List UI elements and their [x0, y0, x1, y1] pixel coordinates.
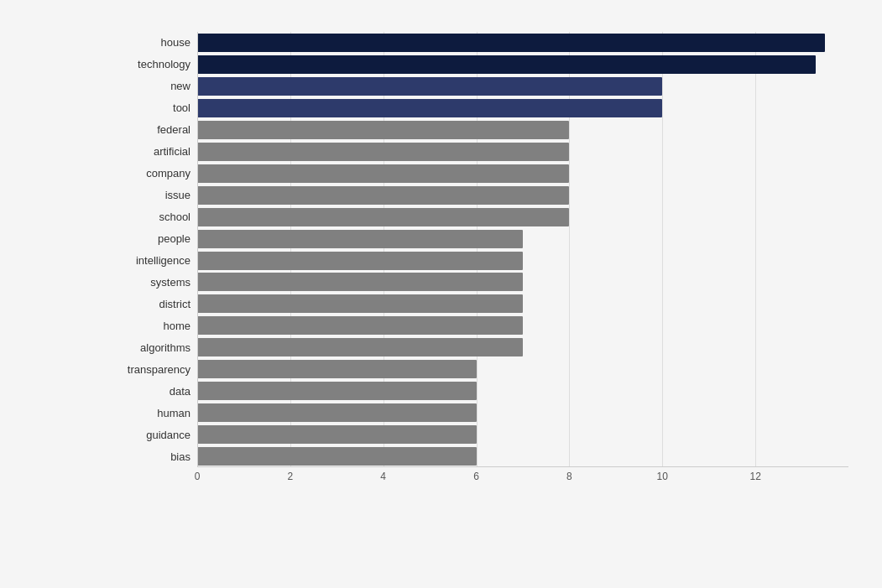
bar-row: federal — [197, 119, 848, 141]
x-tick-label: 0 — [195, 471, 201, 482]
bar-label: district — [98, 298, 190, 310]
bar-label: bias — [98, 450, 190, 463]
chart-container: housetechnologynewtoolfederalartificialc… — [0, 0, 882, 588]
bar-label: people — [98, 232, 190, 245]
bar-fill — [197, 34, 825, 52]
bar-label: house — [98, 36, 190, 49]
x-ticks: 024681012 — [197, 467, 848, 492]
bar-label: systems — [98, 276, 190, 289]
bar-fill — [197, 316, 523, 335]
bar-row: algorithms — [197, 336, 848, 358]
bar-label: human — [98, 407, 190, 419]
bar-fill — [197, 121, 569, 139]
x-tick-label: 2 — [288, 471, 294, 482]
bar-row: technology — [197, 54, 848, 75]
bar-row: human — [197, 402, 848, 424]
bar-label: data — [98, 385, 190, 398]
y-axis-line — [197, 32, 198, 467]
bar-row: data — [197, 380, 848, 402]
bar-fill — [197, 208, 569, 226]
bar-fill — [197, 143, 569, 161]
bar-row: school — [197, 206, 848, 228]
bar-row: new — [197, 75, 848, 97]
bar-fill — [197, 294, 523, 313]
bar-row: house — [197, 32, 848, 54]
bar-fill — [197, 252, 523, 270]
bar-fill — [197, 77, 662, 96]
bar-row: district — [197, 293, 848, 315]
bar-row: bias — [197, 445, 848, 467]
bar-row: tool — [197, 97, 848, 119]
bar-fill — [197, 403, 477, 422]
bar-label: tool — [98, 101, 190, 114]
plot-area: housetechnologynewtoolfederalartificialc… — [197, 32, 848, 467]
bar-row: intelligence — [197, 250, 848, 272]
bars-container: housetechnologynewtoolfederalartificialc… — [197, 32, 848, 467]
bar-fill — [197, 99, 662, 117]
bar-fill — [197, 164, 569, 183]
x-tick-label: 6 — [473, 471, 479, 482]
x-tick-label: 12 — [749, 471, 760, 482]
bar-row: issue — [197, 185, 848, 206]
bar-label: company — [98, 167, 190, 180]
bar-row: transparency — [197, 358, 848, 380]
bar-label: transparency — [98, 363, 190, 376]
x-tick-label: 10 — [657, 471, 668, 482]
bar-label: new — [98, 80, 190, 92]
x-tick-label: 8 — [566, 471, 572, 482]
bar-label: technology — [98, 58, 190, 70]
bar-label: artificial — [98, 145, 190, 158]
bar-row: company — [197, 163, 848, 185]
bar-label: intelligence — [98, 254, 190, 267]
bar-label: guidance — [98, 429, 190, 441]
bar-row: artificial — [197, 141, 848, 163]
bar-label: home — [98, 320, 190, 332]
bar-label: algorithms — [98, 341, 190, 354]
bar-fill — [197, 360, 477, 378]
x-axis-ticks-row: 024681012 — [197, 467, 848, 492]
bar-label: federal — [98, 123, 190, 136]
bar-fill — [197, 186, 569, 205]
bar-fill — [197, 382, 477, 400]
bar-fill — [197, 425, 477, 444]
bar-fill — [197, 338, 523, 356]
bar-fill — [197, 230, 523, 248]
bar-label: school — [98, 211, 190, 223]
bar-fill — [197, 273, 523, 291]
bar-row: people — [197, 228, 848, 250]
bar-row: guidance — [197, 424, 848, 445]
bar-row: systems — [197, 271, 848, 293]
bar-fill — [197, 447, 477, 466]
y-axis-labels — [101, 32, 197, 467]
bar-row: home — [197, 315, 848, 336]
bar-label: issue — [98, 189, 190, 201]
bar-fill — [197, 55, 816, 74]
x-tick-label: 4 — [380, 471, 386, 482]
